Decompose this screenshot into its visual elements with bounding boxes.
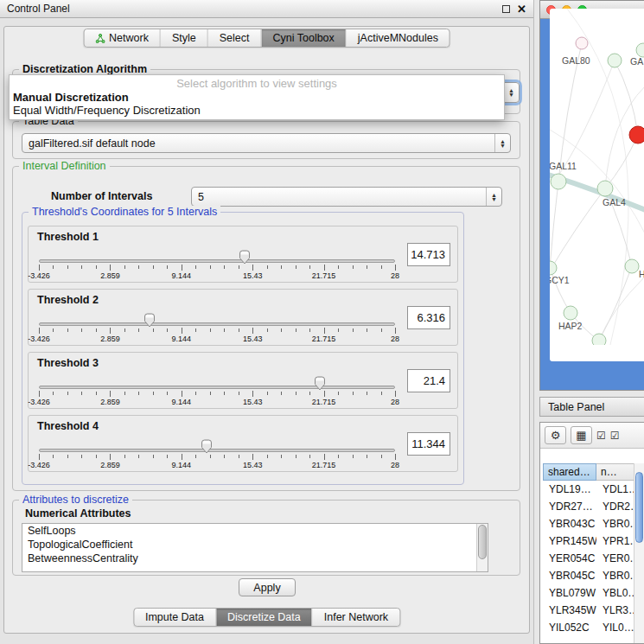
network-node-gcy1[interactable] — [550, 261, 557, 275]
number-of-intervals-spinner[interactable]: 5 ▲ ▼ — [191, 187, 502, 207]
slider-thumb[interactable] — [143, 313, 156, 328]
slider-tick — [281, 392, 282, 395]
slider-tick — [39, 391, 40, 397]
network-node-label: GAL80 — [562, 55, 590, 66]
columns-icon[interactable]: ▦ — [571, 426, 592, 444]
tick-label: 21.715 — [312, 335, 336, 343]
tab-network[interactable]: Network — [84, 29, 160, 47]
threshold-value-field[interactable]: 11.344 — [407, 432, 450, 456]
threshold-slider[interactable]: -3.4262.8599.14415.4321.71528 — [29, 290, 405, 345]
threshold-slider[interactable]: -3.4262.8599.14415.4321.71528 — [29, 226, 405, 282]
tab-impute-data[interactable]: Impute Data — [134, 609, 215, 626]
list-item[interactable]: BetweennessCentrality — [22, 552, 488, 565]
network-node[interactable] — [592, 334, 606, 345]
tab-style[interactable]: Style — [160, 29, 207, 47]
attributes-scrollbar-thumb[interactable] — [478, 525, 487, 559]
network-node-gal80[interactable] — [608, 54, 622, 67]
network-node-hap2[interactable] — [564, 306, 577, 320]
apply-button[interactable]: Apply — [239, 578, 296, 596]
network-edge[interactable] — [552, 188, 605, 268]
slider-tick — [367, 455, 367, 458]
table-row[interactable]: YBL079WYBL0… — [540, 584, 644, 602]
slider-tick — [138, 455, 139, 458]
algorithm-option-manual-discretization[interactable]: Manual Discretization — [10, 91, 504, 104]
select-all-checkbox-icon[interactable]: ☑ — [596, 430, 606, 442]
algorithm-option-equal-width-frequency[interactable]: Equal Width/Frequency Discretization — [10, 104, 504, 117]
threshold-value-field[interactable]: 21.4 — [407, 369, 450, 392]
slider-tick — [367, 328, 367, 332]
down-arrow-icon: ▼ — [500, 143, 506, 148]
threshold-slider[interactable]: -3.4262.8599.14415.4321.71528 — [29, 353, 405, 408]
table-data-combobox[interactable]: galFiltered.sif default node ▲ ▼ — [22, 133, 511, 153]
combobox-stepper-icon[interactable]: ▲ ▼ — [503, 83, 514, 102]
close-icon[interactable]: ✕ — [517, 3, 526, 15]
spinner-stepper-icon[interactable]: ▲ ▼ — [486, 188, 497, 206]
network-node[interactable] — [576, 37, 588, 49]
network-edge[interactable] — [599, 277, 644, 341]
slider-thumb[interactable] — [314, 376, 326, 391]
tick-label: 21.715 — [312, 461, 336, 469]
threshold-value-field[interactable]: 14.713 — [407, 243, 450, 266]
slider-tick — [53, 392, 54, 395]
slider-tick — [138, 265, 139, 269]
table-row[interactable]: YBR045CYBR0… — [540, 567, 644, 584]
table-cell-shared-name: YBR043C — [543, 518, 596, 530]
threshold-panel-3: Threshold 3-3.4262.8599.14415.4321.71528… — [28, 352, 458, 409]
list-item[interactable]: TopologicalCoefficient — [22, 538, 488, 552]
slider-tick — [195, 328, 196, 332]
column-header-name[interactable]: n… — [596, 463, 634, 481]
slider-tick — [324, 454, 325, 460]
table-scrollbar[interactable] — [634, 463, 644, 643]
attributes-to-discretize-group: Attributes to discretize Numerical Attri… — [12, 500, 520, 576]
tab-jactivemnodules[interactable]: jActiveMNodules — [346, 29, 450, 47]
tab-select[interactable]: Select — [207, 29, 261, 47]
table-row[interactable]: YDL19…YDL1… — [540, 481, 644, 498]
tab-infer-network[interactable]: Infer Network — [312, 609, 399, 626]
tab-cyni-toolbox[interactable]: Cyni Toolbox — [260, 29, 345, 47]
network-node[interactable] — [629, 126, 644, 143]
threshold-value-field[interactable]: 6.316 — [407, 306, 450, 329]
table-row[interactable]: YPR145WYPR1… — [540, 532, 644, 550]
slider-tick — [195, 392, 196, 395]
network-edge[interactable] — [615, 61, 638, 135]
combobox-stepper-icon[interactable]: ▲ ▼ — [494, 134, 506, 152]
numerical-attributes-list[interactable]: SelfLoopsTopologicalCoefficientBetweenne… — [22, 523, 488, 572]
network-node-label: GA — [630, 56, 643, 67]
table-row[interactable]: YIL052CYIL0… — [540, 619, 644, 636]
slider-tick — [182, 391, 182, 397]
tab-label: Network — [109, 32, 149, 44]
slider-thumb[interactable] — [201, 439, 213, 454]
table-panel-header[interactable]: Table Panel — [539, 397, 644, 417]
table-row[interactable]: YLR345WYLR3… — [540, 602, 644, 619]
network-canvas[interactable]: GAL80GAGAL11GAL4GCY1HHAP2 — [550, 9, 644, 361]
network-node-gal4[interactable] — [597, 181, 613, 196]
select-column-checkbox-icon[interactable]: ☑ — [610, 430, 620, 442]
table-row[interactable]: YER054CYER0… — [540, 550, 644, 567]
slider-tick — [124, 265, 125, 269]
network-node-ga[interactable] — [636, 43, 644, 57]
network-node-gal11[interactable] — [551, 174, 566, 189]
thresholds-group: Threshold's Coordinates for 5 Intervals … — [22, 212, 464, 485]
float-window-icon[interactable] — [502, 5, 510, 13]
threshold-slider[interactable]: -3.4262.8599.14415.4321.71528 — [29, 416, 405, 471]
tab-discretize-data[interactable]: Discretize Data — [215, 609, 312, 626]
tab-label: Cyni Toolbox — [272, 32, 334, 44]
control-panel-titlebar[interactable]: Control Panel ✕ — [0, 0, 533, 18]
network-node-h[interactable] — [625, 259, 639, 273]
bottom-tab-bar: Impute DataDiscretize DataInfer Network — [133, 608, 400, 627]
table-scrollbar-thumb[interactable] — [635, 472, 643, 543]
slider-tick — [281, 265, 282, 269]
algorithm-placeholder-option[interactable]: Select algorithm to view settings — [10, 76, 504, 91]
gear-icon[interactable]: ⚙ — [545, 426, 566, 444]
slider-tick — [395, 454, 396, 460]
slider-tick — [53, 265, 54, 269]
table-row[interactable]: YBR043CYBR0… — [540, 515, 644, 532]
slider-tick — [296, 265, 296, 269]
slider-tick — [81, 265, 82, 269]
slider-thumb[interactable] — [239, 250, 251, 265]
column-header-shared-name[interactable]: shared… — [543, 463, 596, 481]
list-item[interactable]: SelfLoops — [22, 524, 488, 538]
network-edge[interactable] — [550, 182, 558, 268]
table-row[interactable]: YDR27…YDR2… — [540, 498, 644, 515]
attributes-scrollbar[interactable] — [476, 524, 488, 571]
